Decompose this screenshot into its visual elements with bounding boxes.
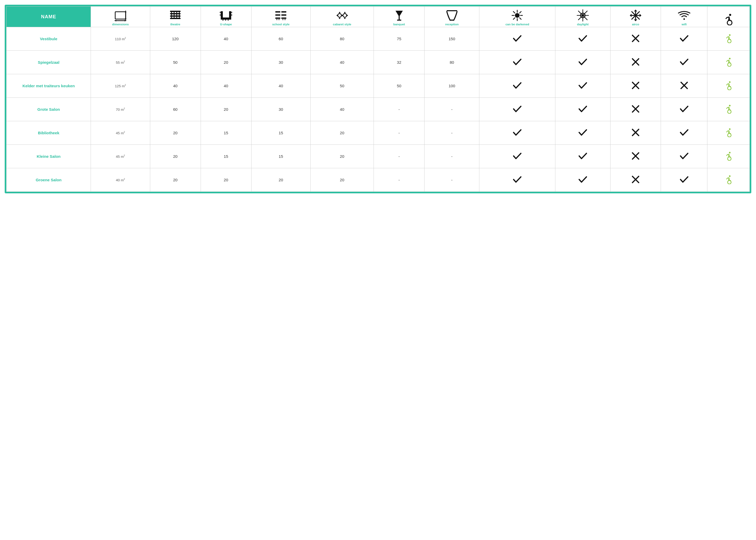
- room-banquet: -: [374, 168, 425, 192]
- room-banquet: 50: [374, 74, 425, 98]
- svg-line-96: [726, 60, 727, 62]
- svg-rect-10: [170, 15, 181, 17]
- room-accessible: [707, 74, 750, 98]
- room-theatre: 20: [150, 168, 200, 192]
- room-u_shape: 20: [200, 98, 251, 121]
- room-name: Bibliotheek: [7, 121, 91, 145]
- svg-point-45: [343, 14, 347, 17]
- room-school_style: 30: [251, 51, 310, 74]
- room-name: Groene Salon: [7, 168, 91, 192]
- svg-marker-3: [125, 10, 126, 12]
- svg-point-101: [729, 81, 730, 83]
- table-row: Kleine Salon45 m220151520--: [7, 145, 750, 168]
- svg-point-43: [285, 19, 286, 20]
- room-u_shape: 40: [200, 27, 251, 51]
- room-banquet: -: [374, 98, 425, 121]
- svg-rect-34: [275, 11, 280, 13]
- room-cabaret_style: 80: [310, 27, 374, 51]
- room-airco: [610, 51, 661, 74]
- darkened-label: can be darkened: [480, 22, 554, 26]
- room-dimensions: 110 m2: [91, 27, 150, 51]
- room-daylight: [556, 27, 610, 51]
- svg-line-103: [726, 84, 727, 85]
- dimensions-label: dimensions: [92, 22, 149, 26]
- room-can_be_darkened: [479, 121, 556, 145]
- svg-point-52: [342, 15, 343, 16]
- room-cabaret_style: 20: [310, 121, 374, 145]
- room-name: Spiegelzaal: [7, 51, 91, 74]
- svg-point-57: [515, 13, 520, 18]
- room-can_be_darkened: [479, 74, 556, 98]
- room-theatre: 120: [150, 27, 200, 51]
- svg-rect-9: [170, 13, 181, 14]
- col-header-ushape: U-shape: [200, 7, 251, 27]
- header-row: NAME: [7, 7, 750, 27]
- svg-point-95: [727, 63, 731, 67]
- room-school_style: 20: [251, 168, 310, 192]
- table-container: NAME: [5, 5, 751, 193]
- schoolstyle-label: school style: [253, 22, 309, 26]
- room-airco: [610, 98, 661, 121]
- svg-point-48: [336, 15, 338, 16]
- room-can_be_darkened: [479, 168, 556, 192]
- col-header-accessible: [707, 7, 750, 27]
- room-reception: -: [425, 121, 479, 145]
- table-row: Vestibule110 m212040608075150: [7, 27, 750, 51]
- svg-rect-21: [174, 17, 175, 18]
- wifi-label: wifi: [662, 22, 706, 26]
- svg-rect-18: [176, 14, 177, 15]
- svg-point-42: [282, 19, 284, 20]
- svg-point-53: [346, 15, 348, 16]
- svg-point-117: [727, 157, 731, 160]
- svg-rect-38: [275, 18, 280, 19]
- table-row: Groene Salon40 m220202020--: [7, 168, 750, 192]
- svg-rect-31: [222, 20, 224, 21]
- svg-point-107: [727, 110, 731, 113]
- svg-line-123: [726, 178, 727, 179]
- svg-point-106: [729, 105, 730, 106]
- svg-point-51: [344, 18, 345, 19]
- svg-rect-28: [220, 14, 221, 16]
- room-banquet: 32: [374, 51, 425, 74]
- reception-label: reception: [426, 22, 478, 26]
- room-accessible: [707, 98, 750, 121]
- svg-rect-35: [281, 11, 286, 13]
- darkened-icon: [480, 9, 554, 22]
- wifi-icon: [662, 9, 706, 22]
- svg-rect-17: [174, 14, 175, 15]
- svg-rect-30: [231, 14, 232, 16]
- room-cabaret_style: 40: [310, 98, 374, 121]
- svg-point-40: [276, 19, 277, 20]
- room-theatre: 60: [150, 98, 200, 121]
- room-wifi: [661, 27, 707, 51]
- room-name: Kelder met traiteurs keuken: [7, 74, 91, 98]
- dimensions-icon: [92, 9, 149, 22]
- room-wifi: [661, 51, 707, 74]
- col-header-theatre: theatre: [150, 7, 200, 27]
- room-name: Kleine Salon: [7, 145, 91, 168]
- svg-rect-32: [225, 20, 226, 21]
- airco-icon: [611, 9, 660, 22]
- room-theatre: 20: [150, 145, 200, 168]
- cabaretstyle-icon: [312, 9, 372, 22]
- room-dimensions: 45 m2: [91, 121, 150, 145]
- svg-rect-11: [170, 18, 181, 19]
- svg-point-41: [279, 19, 280, 20]
- svg-rect-0: [115, 12, 126, 19]
- room-wifi: [661, 98, 707, 121]
- room-dimensions: 55 m2: [91, 51, 150, 74]
- room-banquet: -: [374, 121, 425, 145]
- room-school_style: 30: [251, 98, 310, 121]
- room-daylight: [556, 121, 610, 145]
- svg-point-50: [344, 12, 345, 13]
- ushape-label: U-shape: [202, 22, 250, 26]
- name-header: NAME: [7, 7, 91, 27]
- svg-point-122: [727, 180, 731, 184]
- svg-point-47: [339, 18, 340, 19]
- room-theatre: 50: [150, 51, 200, 74]
- room-u_shape: 20: [200, 51, 251, 74]
- table-row: Kelder met traiteurs keuken125 m24040405…: [7, 74, 750, 98]
- col-header-airco: airco: [610, 7, 661, 27]
- svg-rect-29: [231, 12, 232, 13]
- room-wifi: [661, 145, 707, 168]
